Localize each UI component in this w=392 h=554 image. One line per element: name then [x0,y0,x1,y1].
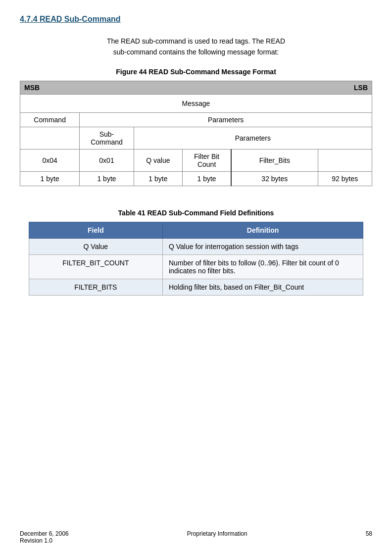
val-empty [318,149,372,171]
byte6: 92 bytes [318,171,372,186]
byte-sizes-row: 1 byte 1 byte 1 byte 1 byte 32 bytes 92 … [20,171,372,186]
message-cell: Message [20,94,372,112]
intro-text: The READ sub-command is used to read tag… [20,36,372,58]
command-parameters-row: Command Parameters [20,112,372,127]
section-title: 4.7.4 READ Sub-Command [20,15,372,24]
def-definition-2: Holding filter bits, based on Filter_Bit… [162,279,363,295]
parameters-cell-2: Parameters [134,127,372,149]
def-definition-1: Number of filter bits to follow (0..96).… [162,254,363,279]
def-field-2: FILTER_BITS [29,279,162,295]
intro-line2: sub-command contains the following messa… [113,48,279,56]
sub-command-cell: Sub-Command [80,127,134,149]
val-filter-bit-count: Filter Bit Count [183,149,231,171]
msb-lsb-bar: MSB LSB [20,81,372,94]
byte5: 32 bytes [231,171,318,186]
byte3: 1 byte [134,171,182,186]
table-caption: Table 41 READ Sub-Command Field Definiti… [20,209,372,217]
def-field-0: Q Value [29,238,162,254]
def-row: Q ValueQ Value for interrogation session… [29,238,363,254]
message-row: Message [20,94,372,112]
msb-label: MSB [24,84,40,92]
lsb-label: LSB [354,84,368,92]
def-row: FILTER_BITSHolding filter bits, based on… [29,279,363,295]
footer-page: 58 [366,530,372,544]
empty-cell-1 [20,127,80,149]
intro-line1: The READ sub-command is used to read tag… [107,37,285,45]
byte1: 1 byte [20,171,80,186]
def-col-definition: Definition [162,222,363,238]
figure-caption: Figure 44 READ Sub-Command Message Forma… [20,68,372,76]
footer-center: Proprietary Information [187,530,247,544]
def-definition-0: Q Value for interrogation session with t… [162,238,363,254]
val-0x01: 0x01 [80,149,134,171]
def-header-row: Field Definition [29,222,363,238]
val-qvalue: Q value [134,149,182,171]
footer-left: December 6, 2006 Revision 1.0 [20,530,69,544]
command-cell: Command [20,112,80,127]
footer: December 6, 2006 Revision 1.0 Proprietar… [20,530,372,544]
byte2: 1 byte [80,171,134,186]
def-row: FILTER_BIT_COUNTNumber of filter bits to… [29,254,363,279]
footer-date: December 6, 2006 [20,530,69,537]
byte4: 1 byte [183,171,231,186]
message-format-table: Message Command Parameters Sub-Command P… [20,94,372,186]
val-0x04: 0x04 [20,149,80,171]
def-col-field: Field [29,222,162,238]
def-field-1: FILTER_BIT_COUNT [29,254,162,279]
footer-revision: Revision 1.0 [20,537,69,544]
values-row: 0x04 0x01 Q value Filter Bit Count Filte… [20,149,372,171]
subcommand-parameters-row: Sub-Command Parameters [20,127,372,149]
val-filter-bits: Filter_Bits [231,149,318,171]
field-definitions-table: Field Definition Q ValueQ Value for inte… [29,222,363,296]
parameters-cell-1: Parameters [80,112,372,127]
